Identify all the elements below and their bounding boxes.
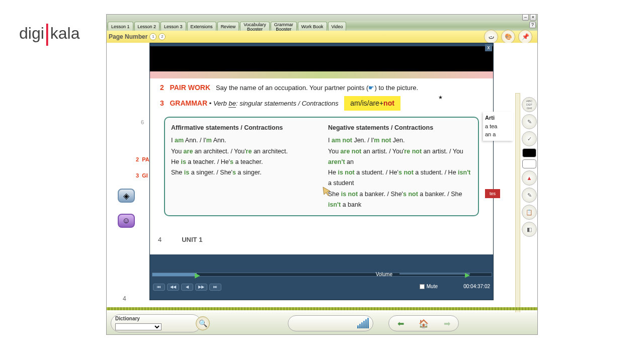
- tab-grammar-booster[interactable]: GrammarBooster: [271, 22, 297, 31]
- translate-button[interactable]: ت: [484, 30, 498, 44]
- lesson-body: 2 PAIR WORK Say the name of an occupatio…: [150, 78, 493, 220]
- decorative-strip: [150, 71, 493, 78]
- grammar-highlight: am/is/are+not: [344, 96, 400, 111]
- skip-back-button[interactable]: ⏮: [153, 284, 165, 291]
- tab-workbook[interactable]: Work Book: [298, 22, 327, 31]
- video-close-button[interactable]: x: [485, 44, 492, 51]
- star-icon: ★: [438, 94, 443, 101]
- lesson-tabs: Lesson 1 Lesson 2 Lesson 3 Extensions Re…: [107, 21, 537, 31]
- page-1-button[interactable]: 1: [149, 33, 156, 40]
- right-toolbar: ABCDEFGHI ✎ ✓ ▲ ✎ 📋 ◧: [520, 95, 537, 237]
- clipboard-tool[interactable]: 📋: [522, 205, 537, 220]
- page-number-bar: Page Number 1 2 ت 🎨 📌: [107, 31, 537, 43]
- abc-tool[interactable]: ABCDEFGHI: [522, 97, 537, 112]
- nav-back-button[interactable]: ⬅: [395, 318, 406, 329]
- volume-thumb[interactable]: ▶: [465, 271, 470, 276]
- affirmative-column: Affirmative statements / Contractions I …: [171, 123, 315, 210]
- mute-checkbox[interactable]: [420, 284, 425, 289]
- letterbox-top: [150, 46, 493, 71]
- close-button[interactable]: ×: [530, 14, 536, 21]
- tab-lesson2[interactable]: Lesson 2: [134, 22, 160, 31]
- equalizer-panel[interactable]: [288, 315, 373, 331]
- tab-extensions[interactable]: Extensions: [187, 22, 216, 31]
- check-tool[interactable]: ✓: [522, 131, 537, 146]
- marker-tool[interactable]: ✎: [522, 188, 537, 203]
- help-button[interactable]: ?: [529, 22, 536, 28]
- bottom-toolbar: Dictionary 🔍 ⬅ 🏠 ➡: [107, 312, 537, 334]
- dictionary-select[interactable]: [115, 323, 162, 330]
- pencil-tool[interactable]: ✎: [522, 114, 537, 129]
- tv-icon-button[interactable]: ◈: [118, 189, 135, 203]
- avatar-icon-button[interactable]: ☺: [118, 214, 135, 228]
- tab-lesson1[interactable]: Lesson 1: [108, 22, 133, 31]
- tab-vocab-booster[interactable]: VocabularyBooster: [240, 22, 270, 31]
- page-2-button[interactable]: 2: [158, 33, 166, 40]
- navigation-panel: ⬅ 🏠 ➡: [388, 315, 459, 331]
- nav-forward-button[interactable]: ➡: [441, 318, 452, 329]
- step-back-button[interactable]: ◀: [181, 284, 193, 291]
- page-number-label: Page Number: [109, 33, 147, 40]
- play-icon[interactable]: ▶: [195, 271, 200, 278]
- nav-home-button[interactable]: 🏠: [418, 318, 429, 329]
- mute-control[interactable]: Mute: [420, 284, 438, 289]
- red-side-tab[interactable]: tes: [485, 189, 500, 198]
- rewind-button[interactable]: ◀◀: [167, 284, 179, 291]
- page-number-4: 4: [123, 295, 126, 302]
- grammar-table: Affirmative statements / Contractions I …: [164, 117, 479, 216]
- dictionary-panel: Dictionary 🔍: [111, 314, 201, 332]
- section-divider: [107, 307, 537, 310]
- skip-forward-button[interactable]: ⏭: [209, 284, 221, 291]
- timecode: 00:04:37:02: [463, 284, 490, 289]
- volume-slider[interactable]: [399, 273, 470, 275]
- eraser-tool[interactable]: ◧: [522, 222, 537, 237]
- minimize-button[interactable]: –: [522, 14, 529, 21]
- blackboard-tool[interactable]: [522, 148, 536, 157]
- playback-buttons: ⏮ ◀◀ ◀ ▶▶ ⏭: [153, 284, 221, 291]
- page-viewport: 6 2 PA 3 GI ◈ ☺ 4 x 2 PAIR WORK Say the …: [107, 43, 537, 334]
- cursor-pointer-icon: [322, 186, 332, 196]
- tab-review[interactable]: Review: [217, 22, 239, 31]
- whiteboard-tool[interactable]: [522, 159, 536, 168]
- negative-column: Negative statements / Contractions I am …: [328, 123, 472, 210]
- brand-logo: digi|kala: [19, 19, 79, 46]
- tab-video[interactable]: Video: [328, 22, 347, 31]
- video-player-window: x 2 PAIR WORK Say the name of an occupat…: [149, 43, 494, 300]
- scrollbar[interactable]: [515, 93, 520, 334]
- tab-lesson3[interactable]: Lesson 3: [160, 22, 186, 31]
- unit-label: 4UNIT 1: [158, 235, 202, 245]
- window-titlebar: – ×: [107, 15, 537, 21]
- video-content: 2 PAIR WORK Say the name of an occupatio…: [150, 71, 493, 254]
- volume-label: Volume: [376, 272, 392, 277]
- video-controls: ▶ ⏮ ◀◀ ◀ ▶▶ ⏭ Volume ▶ Mute 00:04:37:02: [150, 270, 493, 300]
- pin-button[interactable]: 📌: [518, 30, 532, 44]
- shape-tool[interactable]: ▲: [522, 170, 537, 186]
- palette-button[interactable]: 🎨: [501, 30, 515, 44]
- app-window: – × Lesson 1 Lesson 2 Lesson 3 Extension…: [106, 14, 538, 335]
- dictionary-search-button[interactable]: 🔍: [196, 316, 210, 330]
- article-card: Arti a tea an a: [483, 112, 513, 141]
- forward-button[interactable]: ▶▶: [195, 284, 207, 291]
